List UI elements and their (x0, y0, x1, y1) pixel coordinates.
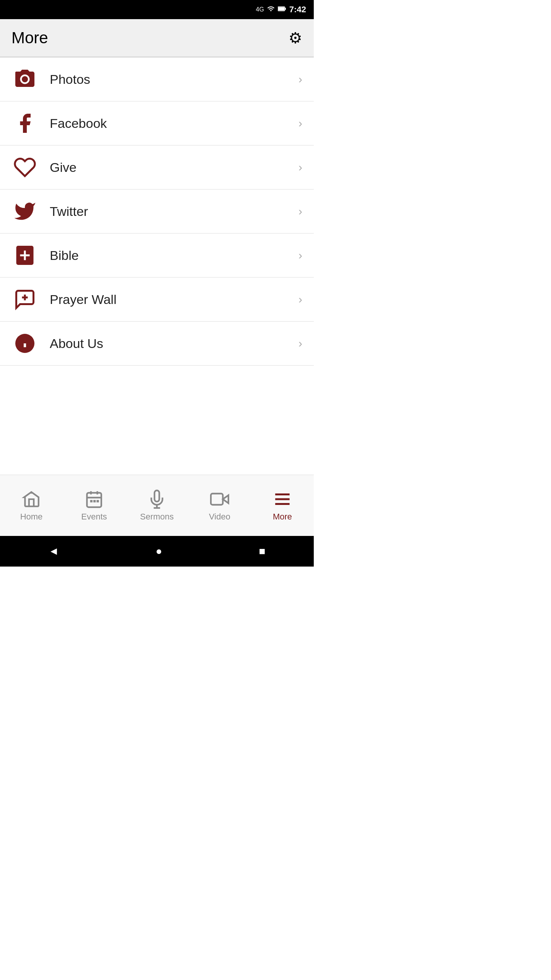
svg-marker-23 (223, 495, 228, 503)
svg-rect-19 (93, 500, 96, 502)
page-title: More (11, 29, 48, 47)
back-button[interactable]: ◄ (48, 545, 59, 557)
nav-item-more[interactable]: More (251, 475, 314, 536)
twitter-icon (11, 198, 38, 225)
recents-button[interactable]: ■ (259, 545, 266, 557)
battery-icon (278, 5, 286, 14)
photos-chevron: › (298, 73, 302, 86)
info-icon (11, 330, 38, 357)
video-nav-icon (210, 490, 229, 509)
give-chevron: › (298, 161, 302, 174)
prayer-icon (11, 286, 38, 313)
prayer-wall-label: Prayer Wall (50, 292, 298, 307)
nav-item-events[interactable]: Events (63, 475, 126, 536)
bible-chevron: › (298, 249, 302, 262)
signal-icon: 4G (256, 6, 264, 13)
svg-rect-1 (278, 7, 285, 10)
signal-bars-icon (267, 5, 275, 14)
menu-item-twitter[interactable]: Twitter › (0, 189, 314, 234)
header: More ⚙ (0, 19, 314, 57)
about-us-chevron: › (298, 337, 302, 350)
menu-item-bible[interactable]: Bible › (0, 234, 314, 278)
home-nav-label: Home (20, 512, 43, 522)
bottom-nav: Home Events Sermons Video (0, 475, 314, 536)
menu-item-photos[interactable]: Photos › (0, 57, 314, 101)
facebook-label: Facebook (50, 116, 298, 131)
menu-item-facebook[interactable]: Facebook › (0, 101, 314, 145)
svg-rect-18 (90, 500, 93, 502)
home-nav-icon (22, 490, 41, 509)
heart-icon (11, 154, 38, 181)
about-us-label: About Us (50, 336, 298, 351)
menu-item-prayer-wall[interactable]: Prayer Wall › (0, 278, 314, 322)
sermons-nav-icon (147, 490, 166, 509)
more-nav-icon (273, 490, 292, 509)
svg-point-3 (22, 76, 28, 82)
facebook-chevron: › (298, 117, 302, 130)
events-nav-icon (85, 490, 104, 509)
twitter-chevron: › (298, 205, 302, 218)
svg-rect-24 (211, 493, 223, 505)
svg-rect-2 (285, 8, 286, 10)
menu-list: Photos › Facebook › Give › Twitter › (0, 57, 314, 475)
svg-rect-4 (15, 72, 20, 75)
events-nav-label: Events (81, 512, 107, 522)
sermons-nav-label: Sermons (140, 512, 174, 522)
facebook-icon (11, 110, 38, 137)
nav-item-home[interactable]: Home (0, 475, 63, 536)
menu-item-give[interactable]: Give › (0, 145, 314, 189)
svg-rect-20 (96, 500, 99, 502)
home-button[interactable]: ● (156, 545, 162, 557)
more-nav-label: More (273, 512, 292, 522)
bible-icon (11, 242, 38, 269)
nav-item-video[interactable]: Video (188, 475, 251, 536)
bible-label: Bible (50, 248, 298, 263)
camera-icon (11, 66, 38, 93)
status-time: 7:42 (289, 5, 306, 15)
menu-item-about-us[interactable]: About Us › (0, 322, 314, 366)
android-nav: ◄ ● ■ (0, 536, 314, 567)
nav-item-sermons[interactable]: Sermons (126, 475, 188, 536)
twitter-label: Twitter (50, 204, 298, 219)
video-nav-label: Video (209, 512, 230, 522)
status-icons: 4G 7:42 (256, 5, 306, 15)
settings-button[interactable]: ⚙ (289, 29, 302, 47)
photos-label: Photos (50, 72, 298, 87)
prayer-wall-chevron: › (298, 293, 302, 306)
status-bar: 4G 7:42 (0, 0, 314, 19)
give-label: Give (50, 160, 298, 175)
